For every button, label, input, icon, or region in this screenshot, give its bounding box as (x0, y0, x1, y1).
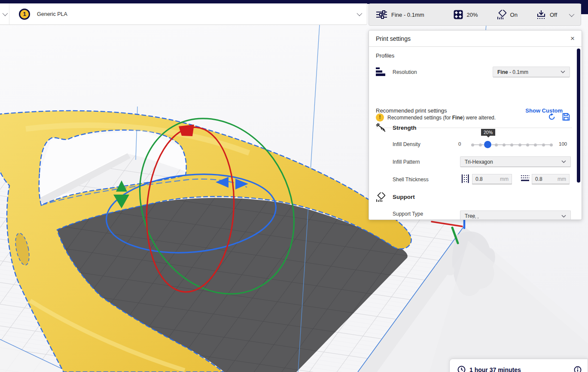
slider-max: 100 (559, 141, 567, 146)
strength-icon (376, 123, 386, 133)
toolbar-infill-value: 20% (467, 12, 478, 18)
toolbar-support[interactable]: On (497, 10, 518, 20)
show-custom-link[interactable]: Show Custom (525, 107, 563, 114)
printer-selector-collapsed[interactable] (0, 3, 9, 24)
print-time-panel[interactable]: 1 hour 37 minutes (449, 359, 588, 372)
resolution-value-bold: Fine (497, 69, 508, 75)
panel-resize-handle[interactable] (472, 217, 478, 219)
chevron-down-icon[interactable] (357, 11, 363, 16)
toolbar-resolution-value: Fine - 0.1mm (391, 12, 424, 18)
save-icon[interactable] (562, 113, 570, 121)
panel-title: Print settings (376, 35, 411, 42)
print-settings-toolbar[interactable]: Fine - 0.1mm 20% On (369, 3, 581, 26)
toolbar-infill[interactable]: 20% (454, 10, 478, 19)
reset-icon[interactable] (548, 113, 556, 121)
support-type-label: Support Type (393, 211, 423, 217)
profiles-heading: Profiles (376, 52, 394, 59)
toolbar-adhesion-value: Off (550, 12, 557, 18)
info-icon[interactable] (574, 366, 582, 372)
toolbar-resolution[interactable]: Fine - 0.1mm (376, 10, 424, 19)
top-bottom-thickness-icon (521, 175, 529, 182)
clock-icon (457, 366, 466, 372)
print-time-estimate: 1 hour 37 minutes (469, 366, 521, 372)
shell-thickness-label: Shell Thickness (393, 177, 429, 183)
infill-icon (454, 10, 463, 19)
chevron-down-icon (561, 70, 565, 73)
material-selector[interactable]: 1 Generic PLA (0, 3, 367, 25)
sliders-icon (376, 10, 387, 19)
chevron-down-icon (3, 11, 8, 16)
recommended-heading: Recommended print settings (376, 107, 447, 114)
wall-thickness-unit: mm (500, 176, 509, 182)
wall-thickness-value: 0.8 (475, 176, 483, 182)
adhesion-icon (536, 10, 546, 20)
resolution-dropdown[interactable]: Fine - 0.1mm (493, 67, 570, 77)
close-icon[interactable]: × (570, 35, 575, 42)
infill-pattern-value: Tri-Hexagon (465, 159, 493, 165)
slider-tooltip: 20% (481, 129, 495, 136)
support-heading: Support (393, 194, 415, 200)
top-bottom-thickness-unit: mm (558, 176, 566, 182)
slider-ticks (471, 143, 553, 146)
top-bottom-thickness-input[interactable]: 0.8 mm (532, 174, 570, 184)
resolution-icon (376, 67, 386, 76)
top-bottom-thickness-value: 0.8 (535, 176, 542, 182)
support-icon (497, 10, 506, 20)
chevron-down-icon (561, 160, 566, 163)
scrollbar[interactable] (577, 49, 580, 183)
infill-pattern-label: Infill Pattern (393, 159, 420, 165)
resolution-label: Resolution (393, 69, 417, 75)
cura-window: 1 Generic PLA Fine - 0.1mm 20% (0, 0, 588, 372)
support-icon (376, 192, 385, 202)
warning-text: Recommended settings (for Fine) were alt… (387, 115, 496, 121)
strength-heading: Strength (393, 125, 417, 131)
panel-header: Print settings × (369, 30, 582, 47)
resolution-value-rest: - 0.1mm (508, 69, 528, 75)
app-header-corner (581, 0, 588, 14)
chevron-down-icon[interactable] (569, 11, 575, 17)
chevron-down-icon (561, 215, 566, 218)
infill-density-label: Infill Density (393, 141, 420, 147)
wall-thickness-input[interactable]: 0.8 mm (472, 174, 512, 184)
wall-thickness-icon (461, 174, 469, 183)
slider-handle[interactable] (484, 141, 491, 148)
infill-pattern-dropdown[interactable]: Tri-Hexagon (460, 156, 571, 167)
warning-icon: ! (376, 113, 384, 122)
slider-min: 0 (458, 141, 461, 146)
toolbar-adhesion[interactable]: Off (536, 10, 557, 20)
material-name: Generic PLA (37, 11, 67, 17)
toolbar-support-value: On (510, 12, 518, 18)
infill-density-slider[interactable]: 20% (471, 140, 553, 149)
extruder-badge: 1 (19, 9, 30, 20)
print-settings-panel: Print settings × Profiles Resolution Fin… (369, 30, 582, 220)
